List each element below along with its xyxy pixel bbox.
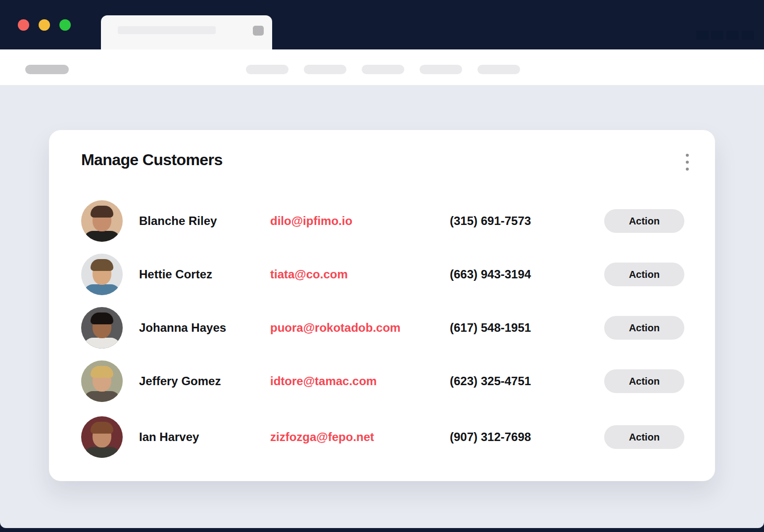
url-placeholder [25, 65, 69, 74]
browser-tab[interactable] [101, 15, 272, 49]
action-button[interactable]: Action [604, 369, 684, 393]
titlebar-placeholder [726, 31, 739, 40]
customer-email-link[interactable]: idtore@tamac.com [270, 374, 377, 388]
customer-email-link[interactable]: dilo@ipfimo.io [270, 214, 352, 228]
customer-phone: (623) 325-4751 [450, 374, 531, 388]
customer-row: Blanche Riley dilo@ipfimo.io (315) 691-7… [49, 200, 715, 242]
customer-email-link[interactable]: zizfozga@fepo.net [270, 430, 374, 444]
browser-titlebar [0, 0, 764, 49]
maximize-button[interactable] [59, 19, 71, 31]
customer-name: Ian Harvey [139, 430, 199, 444]
avatar-shoulders [84, 447, 120, 458]
page-content: Manage Customers Blanche Riley dilo@ipfi… [0, 85, 764, 528]
avatar [81, 307, 123, 349]
customer-name: Johanna Hayes [139, 321, 226, 335]
close-button[interactable] [18, 19, 29, 31]
kebab-icon [686, 168, 689, 171]
nav-placeholder-pill [420, 65, 462, 74]
action-button[interactable]: Action [604, 263, 684, 286]
avatar-hair [91, 366, 113, 378]
customer-row: Ian Harvey zizfozga@fepo.net (907) 312-7… [49, 416, 715, 458]
customer-row: Johanna Hayes puora@rokotadob.com (617) … [49, 307, 715, 349]
action-button[interactable]: Action [604, 209, 684, 233]
browser-window: Manage Customers Blanche Riley dilo@ipfi… [0, 0, 764, 528]
avatar-hair [91, 259, 113, 271]
avatar [81, 200, 123, 242]
avatar-shoulders [84, 231, 120, 242]
customer-phone: (663) 943-3194 [450, 267, 531, 281]
avatar-hair [91, 206, 113, 218]
titlebar-placeholder [711, 31, 723, 40]
titlebar-placeholder [742, 31, 754, 40]
customer-name: Hettie Cortez [139, 267, 212, 281]
kebab-icon [686, 154, 689, 157]
tab-title-placeholder [118, 26, 216, 34]
nav-placeholder-pill [478, 65, 520, 74]
kebab-menu-button[interactable] [682, 154, 692, 171]
avatar-shoulders [84, 338, 120, 349]
manage-customers-card: Manage Customers Blanche Riley dilo@ipfi… [49, 130, 715, 481]
tab-favicon-placeholder [253, 26, 264, 36]
customer-name: Jeffery Gomez [139, 374, 221, 388]
customer-row: Jeffery Gomez idtore@tamac.com (623) 325… [49, 360, 715, 402]
avatar-shoulders [84, 391, 120, 402]
titlebar-placeholder [696, 31, 709, 40]
customer-row: Hettie Cortez tiata@co.com (663) 943-319… [49, 254, 715, 295]
customer-phone: (315) 691-7573 [450, 214, 531, 228]
avatar-hair [91, 312, 113, 324]
avatar [81, 416, 123, 458]
page-title: Manage Customers [81, 151, 223, 169]
action-button[interactable]: Action [604, 316, 684, 340]
customer-email-link[interactable]: puora@rokotadob.com [270, 321, 400, 335]
avatar [81, 254, 123, 295]
customer-phone: (617) 548-1951 [450, 321, 531, 335]
customer-name: Blanche Riley [139, 214, 217, 228]
browser-toolbar [0, 49, 764, 85]
nav-placeholder-pill [362, 65, 404, 74]
action-button[interactable]: Action [604, 425, 684, 449]
avatar-shoulders [84, 284, 120, 295]
kebab-icon [686, 161, 689, 164]
avatar [81, 360, 123, 402]
customer-phone: (907) 312-7698 [450, 430, 531, 444]
avatar-hair [91, 422, 113, 434]
minimize-button[interactable] [39, 19, 50, 31]
nav-placeholder-pill [246, 65, 288, 74]
customer-email-link[interactable]: tiata@co.com [270, 267, 348, 281]
nav-placeholder-pill [304, 65, 346, 74]
